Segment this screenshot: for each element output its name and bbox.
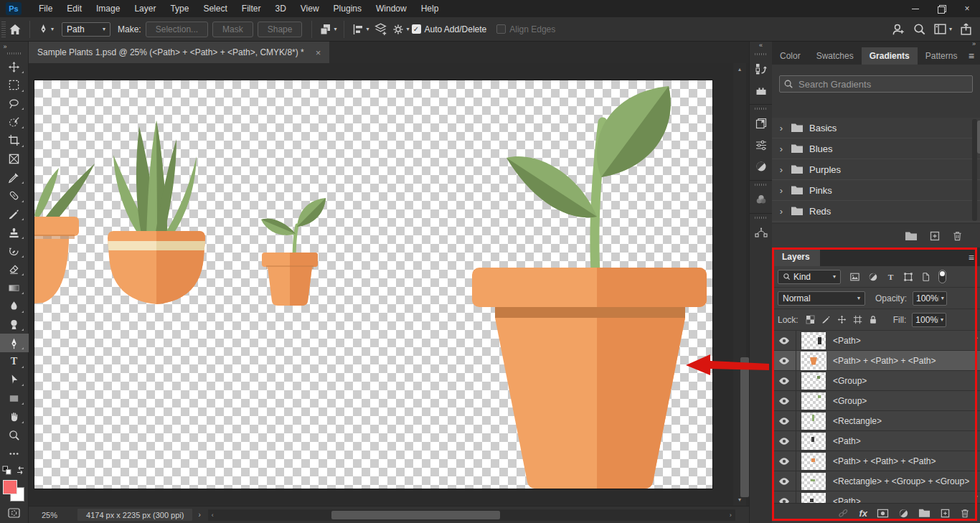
- lock-all-icon[interactable]: [869, 315, 877, 324]
- clone-stamp-tool[interactable]: [0, 223, 29, 242]
- make-mask-button[interactable]: Mask: [212, 22, 253, 37]
- close-button[interactable]: ×: [954, 0, 980, 17]
- crop-tool[interactable]: [0, 131, 29, 150]
- pen-tool[interactable]: [0, 334, 29, 352]
- edit-toolbar-button[interactable]: [0, 444, 29, 463]
- expand-chevron-icon[interactable]: ›: [772, 143, 791, 154]
- filter-pixel-layers-icon[interactable]: [849, 272, 860, 282]
- move-tool[interactable]: [0, 57, 29, 76]
- canvas-vertical-scrollbar[interactable]: ▴ ▾: [733, 63, 746, 506]
- layer-row[interactable]: <Group>: [772, 391, 980, 411]
- paths-panel-button[interactable]: [750, 222, 773, 243]
- gradient-group-basics[interactable]: › Basics: [772, 118, 980, 138]
- filter-toggle-switch[interactable]: [938, 270, 946, 283]
- menu-edit[interactable]: Edit: [60, 0, 89, 17]
- lock-artboard-icon[interactable]: [853, 315, 862, 324]
- layer-row[interactable]: <Rectangle> + <Group> + <Group>: [772, 471, 980, 491]
- path-arrangement-button[interactable]: [371, 19, 390, 39]
- layer-scroll-down-icon[interactable]: ▾: [975, 494, 978, 500]
- make-shape-button[interactable]: Shape: [258, 22, 303, 37]
- tool-mode-select[interactable]: Path ▾: [62, 22, 110, 37]
- layer-row[interactable]: <Group>: [772, 371, 980, 391]
- share-document-icon[interactable]: [891, 22, 905, 37]
- panel-menu-icon[interactable]: ≡: [969, 51, 974, 61]
- layer-row[interactable]: <Path>: [772, 491, 980, 503]
- menu-3d[interactable]: 3D: [268, 0, 293, 17]
- layer-thumbnail[interactable]: [801, 413, 826, 430]
- add-mask-icon[interactable]: [877, 508, 889, 519]
- layer-thumbnail[interactable]: [801, 352, 826, 369]
- layer-thumbnail[interactable]: [801, 453, 826, 470]
- align-edges-checkbox[interactable]: [496, 24, 506, 34]
- layer-thumbnail[interactable]: [801, 473, 826, 490]
- fill-select[interactable]: 100% ▾: [912, 313, 946, 327]
- menu-select[interactable]: Select: [196, 0, 234, 17]
- visibility-toggle[interactable]: [772, 331, 796, 351]
- libraries-panel-button[interactable]: [750, 80, 773, 101]
- search-icon[interactable]: [913, 22, 926, 36]
- home-button[interactable]: [6, 19, 24, 39]
- frame-tool[interactable]: [0, 150, 29, 169]
- tab-color[interactable]: Color: [772, 47, 809, 65]
- horizontal-scroll-thumb[interactable]: [331, 511, 500, 519]
- toolbar-grip[interactable]: [7, 52, 22, 55]
- toolbar-expand-icon[interactable]: »: [0, 42, 29, 51]
- gradient-group-blues[interactable]: › Blues: [772, 138, 980, 159]
- layer-thumbnail[interactable]: [801, 372, 826, 390]
- new-group-folder-icon[interactable]: [905, 231, 918, 241]
- menu-plugins[interactable]: Plugins: [326, 0, 369, 17]
- healing-brush-tool[interactable]: [0, 187, 29, 205]
- properties-panel-button[interactable]: [750, 134, 773, 156]
- visibility-toggle[interactable]: [772, 411, 796, 431]
- visibility-toggle[interactable]: [772, 451, 796, 471]
- expand-chevron-icon[interactable]: ›: [772, 164, 791, 175]
- layer-scroll-up-icon[interactable]: ▴: [975, 334, 978, 340]
- tool-preset-button[interactable]: ▾: [35, 19, 56, 39]
- scroll-thumb[interactable]: [977, 121, 980, 154]
- trash-icon[interactable]: [952, 230, 963, 242]
- tab-close-icon[interactable]: ×: [316, 47, 321, 58]
- object-selection-tool[interactable]: [0, 113, 29, 131]
- document-tab[interactable]: Sample Plants 1.psd @ 25% (<Path> + <Pat…: [29, 42, 329, 63]
- brush-tool[interactable]: [0, 205, 29, 224]
- dock-grip[interactable]: [755, 108, 768, 110]
- expand-chevron-icon[interactable]: ›: [772, 123, 791, 133]
- lock-position-icon[interactable]: [837, 315, 847, 324]
- lock-transparency-icon[interactable]: [806, 315, 815, 324]
- layer-thumbnail[interactable]: [801, 392, 826, 410]
- adjustments-panel-button[interactable]: [750, 156, 773, 177]
- layer-row-selected[interactable]: <Path> + <Path> + <Path>: [772, 351, 980, 371]
- gradient-list-scrollbar[interactable]: [972, 119, 977, 221]
- gradient-group-purples[interactable]: › Purples: [772, 159, 980, 180]
- dock-grip[interactable]: [755, 184, 768, 186]
- layer-thumbnail[interactable]: [801, 332, 826, 349]
- menu-window[interactable]: Window: [369, 0, 414, 17]
- scroll-left-icon[interactable]: ‹: [212, 509, 214, 521]
- foreground-color-swatch[interactable]: [3, 480, 17, 494]
- blend-mode-select[interactable]: Normal ▾: [778, 291, 865, 306]
- restore-button[interactable]: [928, 0, 954, 17]
- tab-layers[interactable]: Layers: [772, 248, 820, 266]
- path-alignment-button[interactable]: ▾: [349, 19, 371, 39]
- tab-gradients[interactable]: Gradients: [862, 47, 918, 65]
- menu-file[interactable]: File: [32, 0, 60, 17]
- quick-mask-button[interactable]: [0, 502, 29, 523]
- filter-shape-layers-icon[interactable]: [903, 272, 913, 282]
- dock-grip[interactable]: [755, 217, 768, 219]
- gradient-tool[interactable]: [0, 278, 29, 297]
- layer-thumbnail[interactable]: [801, 493, 826, 504]
- menu-image[interactable]: Image: [89, 0, 127, 17]
- type-tool[interactable]: T: [0, 352, 29, 371]
- lasso-tool[interactable]: [0, 95, 29, 113]
- visibility-toggle[interactable]: [772, 391, 796, 411]
- status-popup-chevron-icon[interactable]: ›: [198, 511, 200, 519]
- auto-add-delete-checkbox[interactable]: ✓: [412, 24, 421, 34]
- hand-tool[interactable]: [0, 407, 29, 426]
- menu-type[interactable]: Type: [163, 0, 196, 17]
- rectangle-tool[interactable]: [0, 389, 29, 407]
- marquee-tool[interactable]: [0, 76, 29, 95]
- new-group-icon[interactable]: [918, 508, 930, 518]
- layer-thumbnail[interactable]: [801, 433, 826, 450]
- tab-swatches[interactable]: Swatches: [809, 47, 862, 65]
- layer-style-button[interactable]: fx: [859, 508, 867, 519]
